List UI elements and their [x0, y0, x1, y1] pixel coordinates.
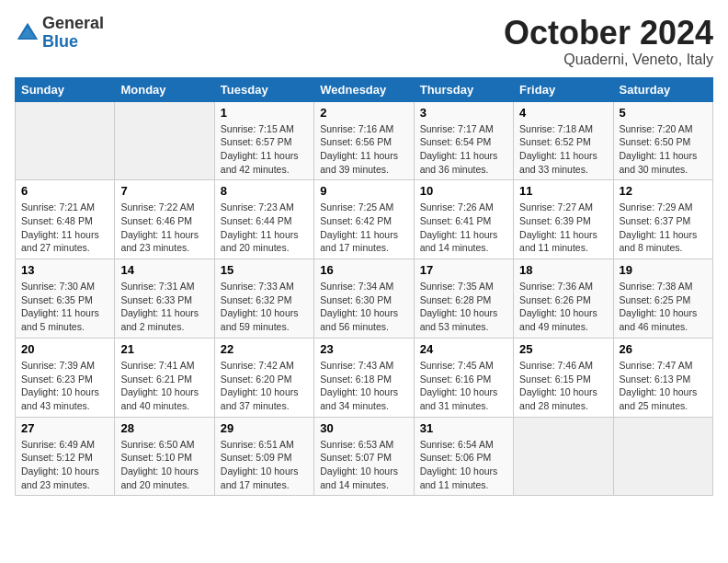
- calendar-week-row: 1Sunrise: 7:15 AMSunset: 6:57 PMDaylight…: [16, 101, 713, 180]
- day-info: Sunrise: 7:22 AMSunset: 6:46 PMDaylight:…: [120, 201, 208, 255]
- day-info: Sunrise: 7:30 AMSunset: 6:35 PMDaylight:…: [21, 280, 108, 334]
- calendar-week-row: 20Sunrise: 7:39 AMSunset: 6:23 PMDayligh…: [16, 338, 713, 417]
- day-info: Sunrise: 7:31 AMSunset: 6:33 PMDaylight:…: [120, 280, 208, 334]
- calendar-week-row: 6Sunrise: 7:21 AMSunset: 6:48 PMDaylight…: [16, 180, 713, 259]
- day-info: Sunrise: 7:39 AMSunset: 6:23 PMDaylight:…: [21, 359, 108, 413]
- calendar-cell: 26Sunrise: 7:47 AMSunset: 6:13 PMDayligh…: [613, 338, 712, 417]
- day-number: 11: [519, 184, 607, 198]
- day-number: 7: [120, 184, 208, 198]
- calendar-cell: 17Sunrise: 7:35 AMSunset: 6:28 PMDayligh…: [414, 259, 513, 339]
- day-info: Sunrise: 7:25 AMSunset: 6:42 PMDaylight:…: [320, 201, 407, 255]
- calendar-week-row: 13Sunrise: 7:30 AMSunset: 6:35 PMDayligh…: [16, 259, 713, 339]
- calendar-cell: 8Sunrise: 7:23 AMSunset: 6:44 PMDaylight…: [214, 180, 313, 259]
- day-info: Sunrise: 7:17 AMSunset: 6:54 PMDaylight:…: [420, 122, 507, 177]
- title-block: October 2024 Quaderni, Veneto, Italy: [504, 15, 713, 68]
- calendar-cell: [514, 417, 613, 496]
- logo-text: General Blue: [42, 15, 104, 52]
- calendar-cell: 25Sunrise: 7:46 AMSunset: 6:15 PMDayligh…: [514, 338, 613, 417]
- logo: General Blue: [15, 15, 104, 52]
- day-number: 8: [221, 184, 308, 198]
- day-info: Sunrise: 7:38 AMSunset: 6:25 PMDaylight:…: [620, 280, 707, 334]
- calendar-cell: 12Sunrise: 7:29 AMSunset: 6:37 PMDayligh…: [613, 180, 712, 259]
- page-header: General Blue October 2024 Quaderni, Vene…: [15, 15, 713, 68]
- day-number: 21: [120, 342, 208, 356]
- day-number: 29: [221, 421, 308, 435]
- day-info: Sunrise: 7:15 AMSunset: 6:57 PMDaylight:…: [221, 122, 308, 177]
- day-number: 18: [519, 263, 607, 277]
- calendar-cell: 28Sunrise: 6:50 AMSunset: 5:10 PMDayligh…: [115, 417, 214, 496]
- weekday-header: Saturday: [613, 77, 712, 101]
- calendar-cell: 4Sunrise: 7:18 AMSunset: 6:52 PMDaylight…: [514, 101, 613, 180]
- day-info: Sunrise: 7:29 AMSunset: 6:37 PMDaylight:…: [620, 201, 707, 255]
- calendar-cell: 3Sunrise: 7:17 AMSunset: 6:54 PMDaylight…: [414, 101, 513, 180]
- weekday-header: Tuesday: [214, 77, 313, 101]
- day-number: 4: [519, 106, 607, 120]
- day-number: 30: [320, 421, 407, 435]
- calendar-cell: 7Sunrise: 7:22 AMSunset: 6:46 PMDaylight…: [115, 180, 214, 259]
- calendar-cell: 1Sunrise: 7:15 AMSunset: 6:57 PMDaylight…: [214, 101, 313, 180]
- weekday-header: Sunday: [16, 77, 115, 101]
- calendar-cell: 16Sunrise: 7:34 AMSunset: 6:30 PMDayligh…: [314, 259, 414, 339]
- calendar-week-row: 27Sunrise: 6:49 AMSunset: 5:12 PMDayligh…: [16, 417, 713, 496]
- calendar-cell: 21Sunrise: 7:41 AMSunset: 6:21 PMDayligh…: [115, 338, 214, 417]
- day-number: 9: [320, 184, 407, 198]
- day-number: 28: [120, 421, 208, 435]
- day-number: 24: [420, 342, 507, 356]
- calendar-cell: 23Sunrise: 7:43 AMSunset: 6:18 PMDayligh…: [314, 338, 414, 417]
- day-info: Sunrise: 7:20 AMSunset: 6:50 PMDaylight:…: [620, 122, 707, 177]
- day-number: 12: [620, 184, 707, 198]
- day-number: 25: [519, 342, 607, 356]
- day-number: 17: [420, 263, 507, 277]
- day-number: 10: [420, 184, 507, 198]
- day-number: 31: [420, 421, 507, 435]
- day-info: Sunrise: 7:26 AMSunset: 6:41 PMDaylight:…: [420, 201, 507, 255]
- day-info: Sunrise: 6:50 AMSunset: 5:10 PMDaylight:…: [120, 438, 208, 492]
- day-number: 13: [21, 263, 108, 277]
- calendar-cell: 27Sunrise: 6:49 AMSunset: 5:12 PMDayligh…: [16, 417, 115, 496]
- day-info: Sunrise: 7:21 AMSunset: 6:48 PMDaylight:…: [21, 201, 108, 255]
- calendar-cell: 20Sunrise: 7:39 AMSunset: 6:23 PMDayligh…: [16, 338, 115, 417]
- calendar-cell: 24Sunrise: 7:45 AMSunset: 6:16 PMDayligh…: [414, 338, 513, 417]
- day-info: Sunrise: 7:27 AMSunset: 6:39 PMDaylight:…: [519, 201, 607, 255]
- calendar-cell: [115, 101, 214, 180]
- day-info: Sunrise: 7:43 AMSunset: 6:18 PMDaylight:…: [320, 359, 407, 413]
- day-number: 26: [620, 342, 707, 356]
- calendar-cell: 11Sunrise: 7:27 AMSunset: 6:39 PMDayligh…: [514, 180, 613, 259]
- calendar-cell: 18Sunrise: 7:36 AMSunset: 6:26 PMDayligh…: [514, 259, 613, 339]
- day-info: Sunrise: 7:46 AMSunset: 6:15 PMDaylight:…: [519, 359, 607, 413]
- day-number: 19: [620, 263, 707, 277]
- day-info: Sunrise: 7:42 AMSunset: 6:20 PMDaylight:…: [221, 359, 308, 413]
- day-info: Sunrise: 6:49 AMSunset: 5:12 PMDaylight:…: [21, 438, 108, 492]
- day-info: Sunrise: 7:16 AMSunset: 6:56 PMDaylight:…: [320, 122, 407, 177]
- day-info: Sunrise: 7:18 AMSunset: 6:52 PMDaylight:…: [519, 122, 607, 177]
- calendar-cell: 31Sunrise: 6:54 AMSunset: 5:06 PMDayligh…: [414, 417, 513, 496]
- calendar-header: SundayMondayTuesdayWednesdayThursdayFrid…: [16, 77, 713, 101]
- day-number: 2: [320, 106, 407, 120]
- logo-general: General: [42, 15, 104, 33]
- day-number: 22: [221, 342, 308, 356]
- day-number: 3: [420, 106, 507, 120]
- calendar-cell: [613, 417, 712, 496]
- day-info: Sunrise: 7:36 AMSunset: 6:26 PMDaylight:…: [519, 280, 607, 334]
- logo-blue: Blue: [42, 33, 104, 52]
- day-number: 16: [320, 263, 407, 277]
- calendar-table: SundayMondayTuesdayWednesdayThursdayFrid…: [15, 77, 713, 497]
- calendar-cell: 22Sunrise: 7:42 AMSunset: 6:20 PMDayligh…: [214, 338, 313, 417]
- calendar-cell: 5Sunrise: 7:20 AMSunset: 6:50 PMDaylight…: [613, 101, 712, 180]
- day-info: Sunrise: 7:41 AMSunset: 6:21 PMDaylight:…: [120, 359, 208, 413]
- calendar-cell: [16, 101, 115, 180]
- calendar-body: 1Sunrise: 7:15 AMSunset: 6:57 PMDaylight…: [16, 101, 713, 496]
- weekday-header: Friday: [514, 77, 613, 101]
- weekday-header: Monday: [115, 77, 214, 101]
- day-info: Sunrise: 6:53 AMSunset: 5:07 PMDaylight:…: [320, 438, 407, 492]
- calendar-cell: 13Sunrise: 7:30 AMSunset: 6:35 PMDayligh…: [16, 259, 115, 339]
- calendar-cell: 19Sunrise: 7:38 AMSunset: 6:25 PMDayligh…: [613, 259, 712, 339]
- weekday-header: Thursday: [414, 77, 513, 101]
- day-info: Sunrise: 7:33 AMSunset: 6:32 PMDaylight:…: [221, 280, 308, 334]
- day-number: 20: [21, 342, 108, 356]
- calendar-cell: 10Sunrise: 7:26 AMSunset: 6:41 PMDayligh…: [414, 180, 513, 259]
- day-info: Sunrise: 6:54 AMSunset: 5:06 PMDaylight:…: [420, 438, 507, 492]
- day-info: Sunrise: 7:35 AMSunset: 6:28 PMDaylight:…: [420, 280, 507, 334]
- logo-icon: [15, 20, 40, 46]
- weekday-row: SundayMondayTuesdayWednesdayThursdayFrid…: [16, 77, 713, 101]
